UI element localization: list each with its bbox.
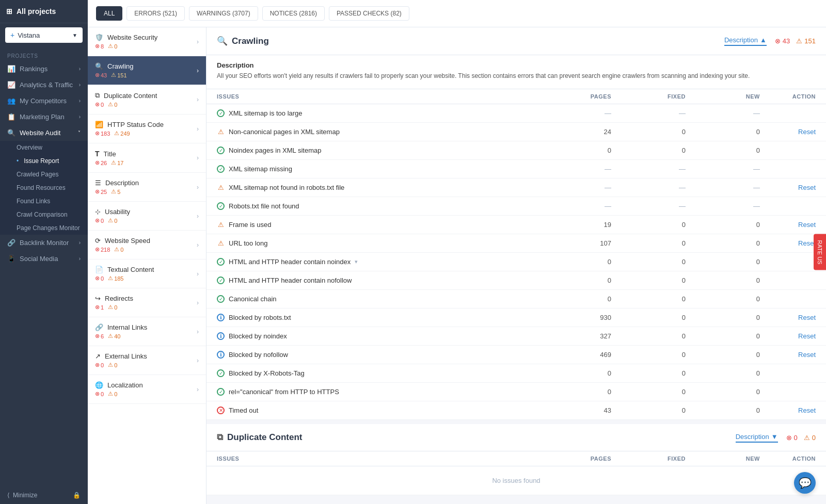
sidebar-item-rankings[interactable]: 📊 Rankings › (0, 61, 88, 77)
crawling-description-tab[interactable]: Description ▲ (724, 36, 767, 46)
duplicate-description-tab[interactable]: Description ▼ (736, 433, 778, 443)
table-row: ✓ HTML and HTTP header contain noindex ▾… (206, 253, 826, 271)
sidebar-sub-crawled-pages[interactable]: Crawled Pages (0, 168, 88, 181)
table-row: ⚠ XML sitemap not found in robots.txt fi… (206, 178, 826, 197)
duplicate-warn-badge: ⚠ 0 (804, 434, 816, 442)
reset-link[interactable]: Reset (798, 407, 816, 414)
sidebar-item-backlink[interactable]: 🔗 Backlink Monitor › (0, 235, 88, 251)
sidebar-sub-issue-report[interactable]: Issue Report (0, 154, 88, 168)
middle-item-description[interactable]: ☰ Description ⊗ 25 ⚠ 5 › (88, 173, 206, 202)
reset-link[interactable]: Reset (798, 332, 816, 340)
reset-link[interactable]: Reset (798, 351, 816, 359)
th-new: NEW (696, 451, 770, 466)
filter-errors[interactable]: ERRORS (521) (126, 6, 185, 21)
reset-link[interactable]: Reset (798, 184, 816, 191)
check-icon: ✓ (217, 147, 225, 154)
sidebar-logo[interactable]: ⊞ All projects (0, 0, 88, 23)
middle-item-usability[interactable]: ⊹ Usability ⊗ 0 ⚠ 0 › (88, 202, 206, 231)
sidebar-sub-overview[interactable]: Overview (0, 141, 88, 154)
sidebar-sub-crawl-comparison[interactable]: Crawl Comparison (0, 208, 88, 221)
expand-icon[interactable]: ▾ (355, 258, 358, 265)
issue-label: XML sitemap not found in robots.txt file (229, 184, 344, 191)
middle-item-crawling[interactable]: 🔍 Crawling ⊗ 43 ⚠ 151 › (88, 56, 206, 85)
sidebar-sub-found-resources[interactable]: Found Resources (0, 181, 88, 194)
reset-link[interactable]: Reset (798, 128, 816, 136)
error-circle-icon: ⊗ (95, 333, 100, 339)
sidebar-item-competitors[interactable]: 👥 My Competitors › (0, 93, 88, 109)
issue-label: Frame is used (229, 221, 271, 229)
pages-cell: 0 (547, 364, 622, 383)
middle-item-duplicate[interactable]: ⧉ Duplicate Content ⊗ 0 ⚠ 0 › (88, 85, 206, 115)
filter-passed[interactable]: PASSED CHECKS (82) (329, 6, 409, 21)
table-row: ℹ Blocked by nofollow 469 0 0 Reset (206, 346, 826, 364)
sidebar-item-analytics[interactable]: 📈 Analytics & Traffic › (0, 77, 88, 93)
middle-item-internal-links[interactable]: 🔗 Internal Links ⊗ 6 ⚠ 40 › (88, 317, 206, 346)
social-icon: 📱 (7, 255, 15, 263)
pages-cell: 0 (547, 271, 622, 290)
sidebar-item-social[interactable]: 📱 Social Media › (0, 251, 88, 267)
new-cell: 0 (696, 383, 770, 401)
warn-triangle-icon: ⚠ (108, 101, 113, 108)
middle-item-external-links[interactable]: ↗ External Links ⊗ 0 ⚠ 0 › (88, 346, 206, 375)
middle-item-website-security[interactable]: 🛡️ Website Security ⊗ 8 ⚠ 0 › (88, 27, 206, 56)
new-cell: — (696, 178, 770, 197)
middle-item-http[interactable]: 📶 HTTP Status Code ⊗ 183 ⚠ 249 › (88, 115, 206, 143)
duplicate-section: ⧉ Duplicate Content Description ▼ ⊗ 0 (206, 424, 826, 495)
warn-triangle-icon: ⚠ (108, 333, 113, 339)
pages-cell: 327 (547, 327, 622, 346)
pages-cell: — (547, 104, 622, 123)
fixed-cell: 0 (622, 216, 696, 234)
sidebar-sub-page-changes[interactable]: Page Changes Monitor (0, 221, 88, 235)
middle-item-localization[interactable]: 🌐 Localization ⊗ 0 ⚠ 0 › (88, 375, 206, 404)
action-cell: Reset (770, 401, 826, 420)
issue-label: XML sitemap missing (229, 165, 292, 173)
marketing-icon: 📋 (7, 113, 15, 121)
issue-label: Non-canonical pages in XML sitemap (229, 128, 340, 136)
minimize-button[interactable]: ⟨ Minimize 🔒 (0, 486, 88, 504)
rate-us-button[interactable]: RATE US (814, 234, 826, 270)
chevron-right-icon: › (197, 299, 199, 306)
chevron-right-icon: › (197, 154, 199, 161)
new-cell: 0 (696, 290, 770, 308)
chevron-right-icon: › (197, 357, 199, 364)
table-row: No issues found (206, 466, 826, 495)
middle-panel: 🛡️ Website Security ⊗ 8 ⚠ 0 › 🔍 Crawling (88, 27, 206, 504)
pages-cell: 930 (547, 308, 622, 327)
issue-cell: ✓ Canonical chain (206, 290, 547, 308)
sidebar: ⊞ All projects + Vistana ▼ PROJECTS 📊 Ra… (0, 0, 88, 504)
th-issues: ISSUES (206, 451, 547, 466)
middle-item-redirects[interactable]: ↪ Redirects ⊗ 1 ⚠ 0 › (88, 288, 206, 317)
error-circle-icon: ⊗ (95, 188, 100, 195)
reset-link[interactable]: Reset (798, 221, 816, 229)
middle-item-textual[interactable]: 📄 Textual Content ⊗ 0 ⚠ 185 › (88, 259, 206, 288)
table-row: ⚠ Frame is used 19 0 0 Reset (206, 216, 826, 234)
reset-link[interactable]: Reset (798, 239, 816, 247)
error-circle-icon: ⊗ (95, 246, 100, 253)
check-icon: ✓ (217, 109, 225, 117)
warn-triangle-icon: ⚠ (804, 434, 810, 442)
error-circle-icon: ⊗ (95, 391, 100, 397)
filter-all[interactable]: ALL (96, 6, 122, 21)
warn-icon: ⚠ (217, 128, 225, 136)
action-cell: Reset (770, 308, 826, 327)
filter-notices[interactable]: NOTICES (2816) (262, 6, 325, 21)
chat-button[interactable]: 💬 (794, 472, 816, 494)
project-selector[interactable]: + Vistana ▼ (5, 27, 83, 43)
action-cell: Reset (770, 346, 826, 364)
chevron-up-icon: ▲ (760, 36, 767, 44)
pages-cell: 0 (547, 141, 622, 160)
action-cell (770, 364, 826, 383)
sidebar-item-marketing[interactable]: 📋 Marketing Plan › (0, 109, 88, 125)
filter-warnings[interactable]: WARNINGS (3707) (189, 6, 258, 21)
reset-link[interactable]: Reset (798, 314, 816, 321)
warn-triangle-icon: ⚠ (111, 159, 116, 166)
issue-label: Noindex pages in XML sitemap (229, 147, 321, 154)
new-cell: 0 (696, 364, 770, 383)
th-pages: PAGES (547, 89, 622, 104)
middle-item-speed[interactable]: ⟳ Website Speed ⊗ 218 ⚠ 0 › (88, 231, 206, 259)
sidebar-item-audit[interactable]: 🔍 Website Audit ˅ (0, 125, 88, 141)
crawling-title: 🔍 Crawling (217, 36, 269, 46)
sidebar-sub-found-links[interactable]: Found Links (0, 194, 88, 208)
cursor-icon: ⊹ (95, 208, 101, 216)
middle-item-title[interactable]: T Title ⊗ 26 ⚠ 17 › (88, 143, 206, 173)
